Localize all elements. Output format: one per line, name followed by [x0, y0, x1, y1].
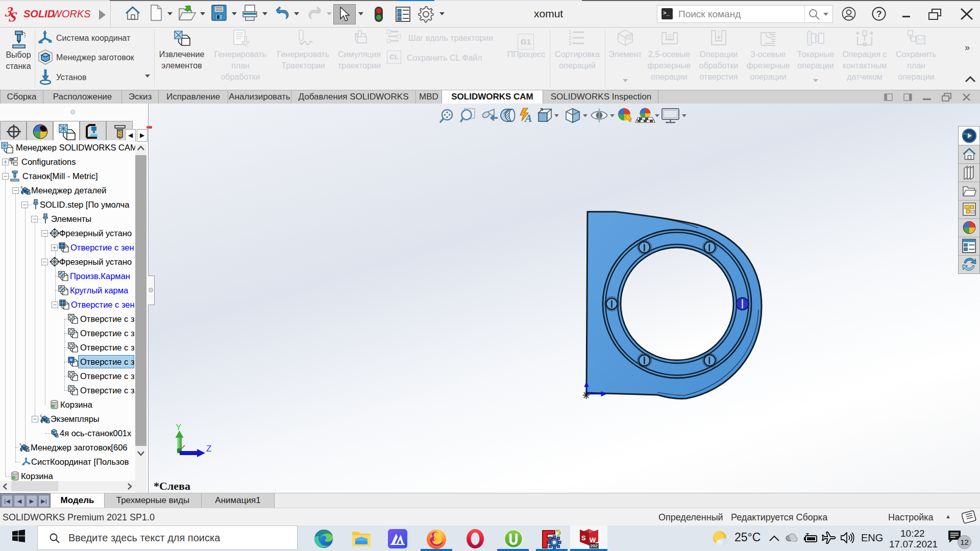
svg-text:2021: 2021: [590, 543, 599, 548]
svg-text:3D: 3D: [963, 132, 967, 135]
svg-text:?: ?: [876, 9, 881, 19]
svg-text:A: A: [524, 112, 532, 124]
svg-text:SOLID: SOLID: [23, 8, 55, 19]
svg-text:3: 3: [569, 41, 572, 46]
svg-text:S: S: [581, 534, 586, 542]
svg-text:Y: Y: [176, 422, 181, 432]
svg-text:s: s: [40, 413, 42, 418]
svg-text:Z: Z: [206, 444, 211, 454]
svg-text:2: 2: [569, 35, 572, 41]
svg-text:s: s: [20, 185, 22, 189]
svg-text:WORKS: WORKS: [52, 8, 91, 19]
svg-text:s: s: [19, 442, 21, 446]
svg-text:W: W: [590, 536, 596, 544]
svg-text:1: 1: [569, 30, 572, 35]
